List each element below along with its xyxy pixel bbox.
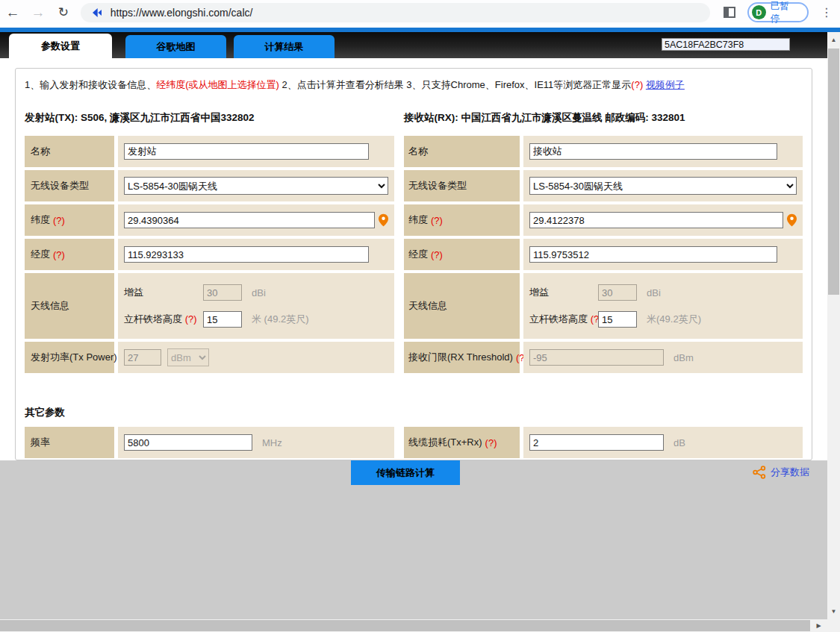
share-label: 分享数据 — [771, 466, 809, 479]
tx-station-header: 发射站(TX): S506, 濂溪区九江市江西省中国332802 — [25, 111, 394, 125]
frequency-row: 频率 MHz — [25, 427, 394, 458]
rx-name-label: 名称 — [404, 136, 520, 167]
frequency-unit: MHz — [262, 437, 282, 448]
tx-lat-help[interactable]: (?) — [53, 215, 65, 226]
other-params-row: 频率 MHz 线缆损耗(Tx+Rx)(?) dB — [25, 427, 803, 461]
video-example-link[interactable]: 视频例子 — [646, 79, 685, 90]
rx-lng-help[interactable]: (?) — [431, 249, 443, 260]
site-tab-bar: 参数设置 谷歌地图 计算结果 — [0, 32, 827, 58]
rx-threshold-row: 接收门限(RX Threshold)(?) dBm — [404, 342, 803, 373]
side-panel-icon[interactable] — [724, 7, 735, 18]
reload-icon[interactable]: ↻ — [51, 4, 76, 20]
rx-lat-input[interactable] — [529, 212, 783, 228]
rx-antenna-row: 天线信息 增益 dBi 立杆铁塔高度 (?) 米(49.2英尺) — [404, 273, 803, 339]
tx-power-row: 发射功率(Tx Power) dBm — [25, 342, 394, 373]
tx-height-help[interactable]: (?) — [185, 313, 197, 325]
frequency-label: 频率 — [25, 427, 114, 458]
tab-results[interactable]: 计算结果 — [234, 35, 335, 58]
rx-device-row: 无线设备类型 LS-5854-30圆锅天线 — [404, 170, 803, 201]
settings-panel: 1、输入发射和接收设备信息、经纬度(或从地图上选择位置) 2、点击计算并查看分析… — [15, 68, 812, 460]
browser-toolbar: ← → ↻ https://www.elongshi.com/calc/ D 已… — [0, 0, 840, 25]
forward-icon[interactable]: → — [25, 4, 51, 21]
toolbar-right: D 已暂停 ⋮ — [716, 2, 840, 22]
tx-height-label: 立杆铁塔高度 (?) — [124, 313, 203, 326]
instruction-help-mark[interactable]: (?) — [631, 79, 643, 90]
share-icon — [753, 466, 766, 479]
tx-station-section: 发射站(TX): S506, 濂溪区九江市江西省中国332802 名称 无线设备… — [25, 111, 394, 376]
site-favicon-icon — [91, 7, 103, 19]
rx-height-input[interactable] — [598, 311, 637, 328]
map-pin-icon[interactable] — [787, 213, 797, 227]
tx-power-unit-select: dBm — [167, 348, 209, 366]
tx-lng-input[interactable] — [124, 246, 369, 263]
rx-name-row: 名称 — [404, 136, 803, 167]
instruction-highlight: 经纬度(或从地图上选择位置) — [156, 79, 279, 90]
vertical-scrollbar[interactable]: ▲ ▼ — [827, 32, 840, 619]
tx-name-row: 名称 — [25, 136, 394, 167]
horizontal-scrollbar[interactable]: ▶ — [0, 619, 827, 632]
url-text: https://www.elongshi.com/calc/ — [111, 7, 253, 19]
cable-loss-help[interactable]: (?) — [485, 437, 497, 448]
menu-kebab-icon[interactable]: ⋮ — [813, 5, 840, 19]
rx-lng-row: 经度(?) — [404, 239, 803, 270]
tx-gain-input — [203, 284, 242, 301]
session-code-input[interactable] — [662, 38, 790, 51]
other-params-title: 其它参数 — [25, 406, 803, 419]
tx-lat-row: 纬度(?) — [25, 204, 394, 236]
tx-device-label: 无线设备类型 — [25, 170, 114, 201]
rx-height-unit: 米(49.2英尺) — [647, 313, 701, 326]
tx-antenna-label: 天线信息 — [25, 273, 114, 339]
station-columns: 发射站(TX): S506, 濂溪区九江市江西省中国332802 名称 无线设备… — [25, 111, 803, 376]
scroll-right-arrow-icon[interactable]: ▶ — [812, 619, 825, 632]
cable-loss-row: 线缆损耗(Tx+Rx)(?) dB — [404, 427, 803, 458]
avatar: D — [752, 5, 766, 19]
horizontal-scroll-thumb[interactable] — [0, 620, 810, 631]
tx-lng-help[interactable]: (?) — [53, 249, 65, 260]
rx-threshold-unit: dBm — [673, 352, 694, 363]
rx-lat-label: 纬度(?) — [404, 204, 520, 236]
cable-loss-section: 线缆损耗(Tx+Rx)(?) dB — [404, 427, 803, 461]
tx-antenna-row: 天线信息 增益 dBi 立杆铁塔高度 (?) 米 (49.2英尺) — [25, 273, 394, 339]
rx-threshold-label: 接收门限(RX Threshold)(?) — [404, 342, 520, 373]
tx-gain-unit: dBi — [252, 287, 266, 298]
back-icon[interactable]: ← — [0, 4, 25, 21]
rx-gain-input — [598, 284, 637, 301]
instruction-steps23: 2、点击计算并查看分析结果 3、只支持Chrome、Firefox、IE11等浏… — [279, 79, 631, 90]
cable-loss-input[interactable] — [529, 434, 664, 451]
tx-lat-input[interactable] — [124, 212, 375, 228]
tx-power-input — [124, 349, 161, 366]
rx-station-section: 接收站(RX): 中国江西省九江市濂溪区蔓温线 邮政编码: 332801 名称 … — [404, 111, 803, 376]
map-pin-icon[interactable] — [379, 213, 388, 227]
address-bar[interactable]: https://www.elongshi.com/calc/ — [81, 3, 710, 22]
rx-antenna-label: 天线信息 — [404, 273, 520, 339]
scrollbar-corner — [827, 619, 840, 632]
tx-device-row: 无线设备类型 LS-5854-30圆锅天线 — [25, 170, 394, 201]
rx-name-input[interactable] — [529, 143, 777, 160]
tx-name-input[interactable] — [124, 143, 369, 160]
profile-chip[interactable]: D 已暂停 — [747, 2, 809, 22]
tx-device-select[interactable]: LS-5854-30圆锅天线 — [124, 177, 388, 195]
vertical-scroll-thumb[interactable] — [828, 49, 839, 295]
profile-status: 已暂停 — [771, 0, 798, 25]
cable-loss-unit: dB — [673, 437, 685, 448]
tx-height-input[interactable] — [203, 311, 242, 328]
scroll-up-arrow-icon[interactable]: ▲ — [827, 34, 840, 46]
rx-device-label: 无线设备类型 — [404, 170, 520, 201]
rx-threshold-input — [529, 349, 664, 366]
scroll-down-arrow-icon[interactable]: ▼ — [827, 605, 840, 618]
tx-lng-row: 经度(?) — [25, 239, 394, 270]
tab-settings[interactable]: 参数设置 — [9, 34, 112, 58]
rx-lng-input[interactable] — [529, 246, 777, 263]
tx-power-label: 发射功率(Tx Power) — [25, 342, 114, 373]
frequency-input[interactable] — [124, 434, 252, 451]
rx-lat-row: 纬度(?) — [404, 204, 803, 236]
rx-station-header: 接收站(RX): 中国江西省九江市濂溪区蔓温线 邮政编码: 332801 — [404, 111, 803, 125]
calculate-link-button[interactable]: 传输链路计算 — [351, 460, 460, 485]
tx-gain-label: 增益 — [124, 286, 203, 299]
tx-name-label: 名称 — [25, 136, 114, 167]
rx-device-select[interactable]: LS-5854-30圆锅天线 — [529, 177, 797, 195]
instructions: 1、输入发射和接收设备信息、经纬度(或从地图上选择位置) 2、点击计算并查看分析… — [25, 78, 812, 92]
rx-lat-help[interactable]: (?) — [431, 215, 443, 226]
tab-google-map[interactable]: 谷歌地图 — [125, 35, 226, 58]
share-data-link[interactable]: 分享数据 — [753, 466, 809, 479]
